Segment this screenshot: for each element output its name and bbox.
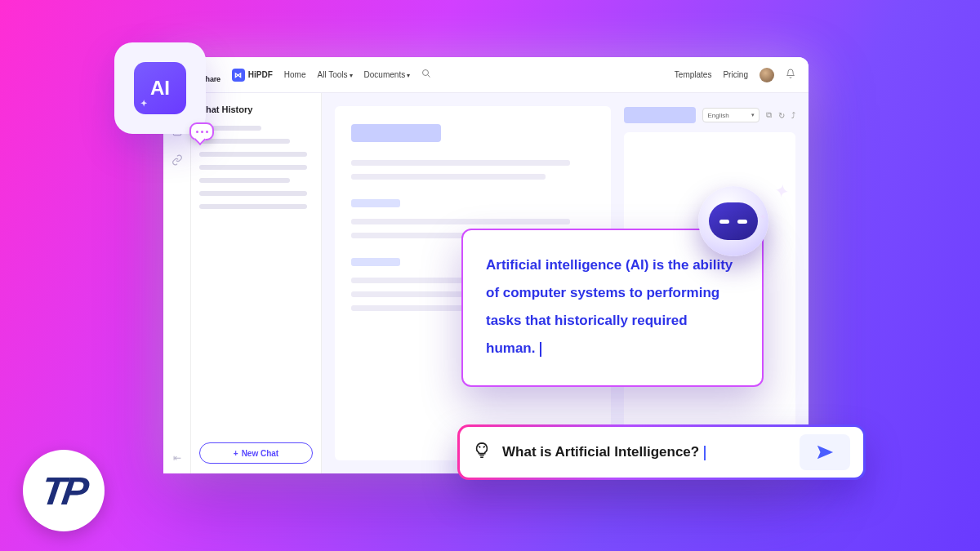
sparkle-icon: ✦ — [760, 212, 766, 221]
doc-subhead — [351, 199, 400, 207]
nav-home[interactable]: Home — [284, 70, 306, 79]
nav-documents-label: Documents — [364, 70, 406, 79]
svg-line-1 — [428, 75, 430, 78]
prompt-text: What is Artificial Intelligence? — [502, 444, 699, 460]
tp-logo: TP — [23, 450, 105, 531]
new-chat-button[interactable]: + New Chat — [199, 442, 313, 464]
ai-tab-pill[interactable] — [624, 107, 696, 123]
language-select[interactable]: English ▾ — [702, 108, 760, 122]
send-button[interactable] — [800, 434, 850, 470]
history-item[interactable] — [199, 191, 307, 196]
nav-pricing[interactable]: Pricing — [723, 70, 748, 79]
speech-bubble-icon — [189, 122, 214, 140]
prompt-bar: What is Artificial Intelligence? — [457, 424, 866, 480]
doc-subhead — [351, 258, 400, 266]
ai-toolbar: English ▾ ⧉ ↻ ⤴ — [624, 106, 795, 124]
ai-badge-tile: AI ✦ — [134, 62, 186, 114]
prompt-inner: What is Artificial Intelligence? — [460, 427, 863, 478]
nav-all-tools[interactable]: All Tools▾ — [318, 70, 353, 79]
top-nav: w wondershare ⋈ HiPDF Home All Tools▾ Do… — [163, 57, 808, 93]
prompt-input[interactable]: What is Artificial Intelligence? — [502, 444, 788, 460]
avatar[interactable] — [760, 68, 774, 82]
nav-all-tools-label: All Tools — [318, 70, 348, 79]
brand-hipdf[interactable]: ⋈ HiPDF — [232, 69, 273, 82]
ai-badge-label: AI — [150, 77, 170, 100]
copy-icon[interactable]: ⧉ — [766, 110, 772, 120]
ai-badge: AI ✦ — [114, 42, 206, 134]
chevron-down-icon: ▾ — [751, 112, 755, 118]
lightbulb-icon — [473, 442, 491, 464]
language-label: English — [707, 112, 728, 119]
svg-point-0 — [423, 70, 429, 76]
robot-eye — [719, 220, 729, 224]
doc-line — [351, 174, 546, 180]
history-item[interactable] — [199, 152, 307, 157]
bell-icon[interactable] — [786, 69, 795, 81]
tp-logo-text: TP — [38, 469, 88, 513]
history-item[interactable] — [199, 139, 290, 144]
history-item[interactable] — [199, 178, 290, 183]
hipdf-label: HiPDF — [248, 70, 273, 79]
text-cursor — [540, 342, 541, 357]
plus-icon: + — [234, 449, 238, 458]
search-icon[interactable] — [421, 69, 431, 81]
mini-sidebar: ⇤ — [163, 93, 191, 473]
history-item[interactable] — [199, 165, 307, 170]
refresh-icon[interactable]: ↻ — [778, 111, 785, 120]
link-icon[interactable] — [172, 154, 183, 168]
doc-line — [351, 160, 570, 166]
text-cursor — [704, 446, 706, 460]
nav-documents[interactable]: Documents▾ — [364, 70, 411, 79]
hipdf-logo-icon: ⋈ — [232, 69, 245, 82]
chat-history-panel: Chat History + New Chat — [191, 93, 322, 473]
ai-response-text: Artificial intelligence (AI) is the abil… — [486, 257, 733, 356]
robot-face — [709, 202, 758, 240]
history-item[interactable] — [199, 204, 307, 209]
chevron-down-icon: ▾ — [350, 72, 353, 79]
robot-avatar — [698, 186, 768, 256]
chat-history-title: Chat History — [199, 104, 313, 114]
doc-line — [351, 219, 570, 224]
share-icon[interactable]: ⤴ — [791, 111, 795, 120]
sparkle-icon: ✦ — [140, 99, 147, 108]
new-chat-label: New Chat — [242, 449, 279, 458]
chevron-down-icon: ▾ — [407, 72, 410, 79]
doc-title-placeholder — [351, 124, 441, 142]
collapse-icon[interactable]: ⇤ — [163, 452, 190, 464]
robot-eye — [737, 220, 747, 224]
nav-templates[interactable]: Templates — [675, 70, 712, 79]
